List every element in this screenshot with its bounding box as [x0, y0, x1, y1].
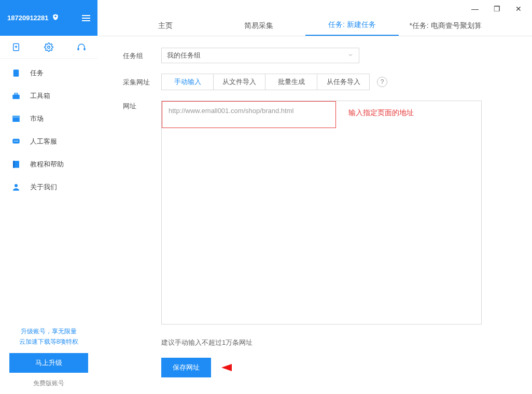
- person-icon: [11, 182, 21, 192]
- sidebar-item-label: 教程和帮助: [30, 160, 64, 169]
- sidebar-item-support[interactable]: 人工客服: [0, 130, 97, 153]
- toolbox-icon: [11, 91, 21, 101]
- tab-new-task[interactable]: 任务: 新建任务: [305, 20, 399, 36]
- add-task-icon[interactable]: [11, 43, 21, 52]
- svg-point-3: [48, 46, 50, 48]
- task-group-select[interactable]: 我的任务组: [161, 48, 359, 63]
- svg-marker-17: [221, 364, 232, 371]
- minimize-button[interactable]: —: [471, 5, 479, 13]
- tasks-icon: [11, 68, 21, 78]
- sidebar-item-tasks[interactable]: 任务: [0, 62, 97, 85]
- upgrade-button[interactable]: 马上升级: [9, 353, 88, 373]
- svg-rect-7: [12, 95, 20, 99]
- hamburger-icon[interactable]: [82, 15, 90, 21]
- svg-rect-6: [13, 69, 19, 77]
- sidebar-item-help[interactable]: 教程和帮助: [0, 153, 97, 176]
- red-arrow-annotation: [221, 362, 486, 373]
- gear-icon[interactable]: [44, 43, 53, 52]
- url-hint: 建议手动输入不超过1万条网址: [161, 338, 507, 347]
- svg-point-11: [16, 140, 17, 142]
- sidebar-item-toolbox[interactable]: 工具箱: [0, 85, 97, 107]
- shield-icon: [52, 13, 59, 22]
- sidebar-item-label: 关于我们: [30, 182, 57, 192]
- sidebar-item-label: 任务: [30, 68, 44, 78]
- seg-manual-input[interactable]: 手动输入: [162, 74, 214, 90]
- svg-rect-4: [77, 48, 79, 50]
- svg-point-10: [14, 140, 15, 142]
- close-button[interactable]: ✕: [514, 5, 523, 13]
- sidebar-nav: 任务 工具箱 市场 人工客服: [0, 59, 97, 326]
- form-area: 任务组 我的任务组 采集网址 手动输入 从文件导入 批量生成 从任务导入 ?: [98, 36, 532, 394]
- collect-url-label: 采集网址: [123, 77, 161, 87]
- sidebar-item-label: 工具箱: [30, 91, 50, 101]
- account-id: 18720912281: [7, 14, 49, 22]
- book-icon: [11, 160, 21, 169]
- sidebar-item-about[interactable]: 关于我们: [0, 176, 97, 199]
- save-url-button[interactable]: 保存网址: [161, 358, 211, 377]
- market-icon: [11, 114, 21, 123]
- account-type: 免费版账号: [0, 379, 97, 388]
- svg-rect-14: [13, 161, 15, 168]
- svg-rect-8: [15, 93, 18, 95]
- seg-from-task[interactable]: 从任务导入: [317, 74, 369, 90]
- annotation-text: 输入指定页面的地址: [348, 108, 414, 118]
- maximize-button[interactable]: ❐: [493, 5, 501, 13]
- tab-easy-collect[interactable]: 简易采集: [212, 21, 305, 36]
- tab-home[interactable]: 主页: [119, 21, 212, 36]
- tabbar: 主页 简易采集 任务: 新建任务 *任务: 电商壹号聚划算: [98, 18, 532, 36]
- seg-from-file[interactable]: 从文件导入: [214, 74, 265, 90]
- chevron-down-icon: [347, 52, 354, 60]
- sidebar-toolbar: [0, 36, 97, 59]
- sidebar-footer: 升级账号，享无限量 云加速下载等8项特权 马上升级 免费版账号: [0, 326, 97, 394]
- sidebar-item-market[interactable]: 市场: [0, 107, 97, 130]
- url-textarea-container: 输入指定页面的地址: [161, 101, 482, 325]
- svg-point-15: [15, 184, 18, 187]
- svg-rect-5: [83, 48, 85, 50]
- promo-line2: 云加速下载等8项特权: [0, 336, 97, 347]
- task-group-label: 任务组: [123, 50, 161, 61]
- sidebar-item-label: 市场: [30, 114, 44, 123]
- svg-point-12: [17, 140, 18, 142]
- task-group-value: 我的任务组: [167, 51, 201, 60]
- chat-icon: [11, 137, 21, 146]
- sidebar-header: 18720912281: [0, 0, 97, 36]
- main: — ❐ ✕ 主页 简易采集 任务: 新建任务 *任务: 电商壹号聚划算 任务组 …: [98, 0, 532, 394]
- window-titlebar: — ❐ ✕: [98, 0, 532, 18]
- promo-line1: 升级账号，享无限量: [0, 326, 97, 336]
- url-textarea[interactable]: [162, 101, 336, 128]
- url-mode-segments: 手动输入 从文件导入 批量生成 从任务导入: [161, 74, 370, 90]
- help-icon[interactable]: ?: [377, 77, 387, 87]
- seg-batch-gen[interactable]: 批量生成: [265, 74, 317, 90]
- tab-emall-task[interactable]: *任务: 电商壹号聚划算: [399, 21, 492, 36]
- sidebar-item-label: 人工客服: [30, 137, 57, 146]
- url-label: 网址: [123, 101, 161, 111]
- sidebar: 18720912281: [0, 0, 98, 394]
- headset-icon[interactable]: [77, 43, 86, 52]
